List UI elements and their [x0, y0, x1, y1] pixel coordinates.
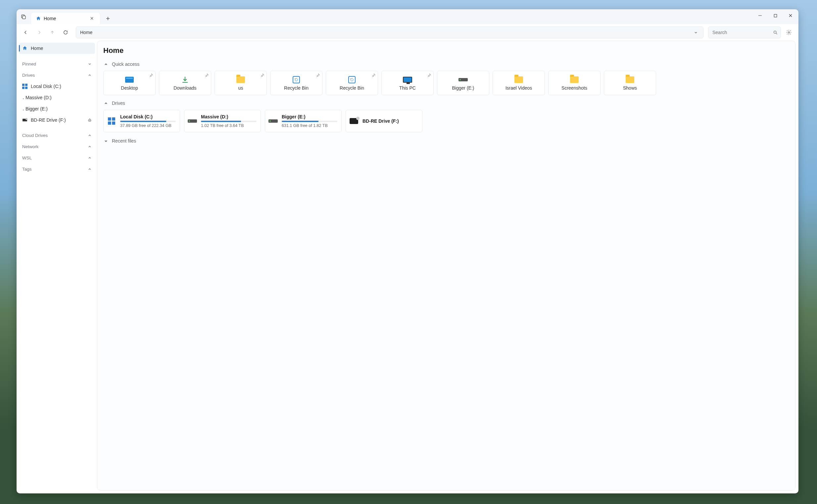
chevron-up-icon: [88, 73, 92, 77]
refresh-button[interactable]: [60, 27, 71, 38]
quick-access-item[interactable]: Desktop: [103, 71, 155, 95]
drive-label: Local Disk (C:): [120, 114, 176, 119]
search-input[interactable]: [712, 30, 773, 35]
close-button[interactable]: [783, 10, 798, 21]
tab-close-button[interactable]: [88, 15, 95, 22]
sidebar-section-pinned[interactable]: Pinned: [19, 59, 95, 69]
section-quick-access-header[interactable]: Quick access: [97, 59, 795, 69]
quick-access-label: us: [238, 85, 243, 91]
window-icon[interactable]: [17, 10, 30, 24]
sidebar-section-tags[interactable]: Tags: [19, 164, 95, 174]
drive-icon: [22, 84, 27, 89]
folder-icon: [626, 76, 634, 83]
chevron-up-icon: [88, 145, 92, 148]
quick-access-label: Recycle Bin: [284, 85, 309, 91]
new-tab-button[interactable]: [102, 13, 113, 24]
tab-label: Home: [44, 16, 56, 21]
minimize-button[interactable]: [753, 10, 768, 21]
section-label: Cloud Drives: [22, 133, 48, 138]
quick-access-label: Downloads: [173, 85, 196, 91]
quick-access-item[interactable]: us: [215, 71, 267, 95]
sidebar-item-label: BD-RE Drive (F:): [31, 117, 66, 123]
quick-access-item[interactable]: Recycle Bin: [326, 71, 378, 95]
chevron-up-icon: [88, 167, 92, 171]
sidebar-item-label: Massive (D:): [25, 95, 52, 100]
back-button[interactable]: [20, 27, 31, 38]
quick-access-grid: DesktopDownloadsusRecycle BinRecycle Bin…: [97, 69, 795, 98]
drive-usage-bar: [201, 121, 257, 122]
sidebar-section-wsl[interactable]: WSL: [19, 152, 95, 163]
chevron-down-icon: [88, 62, 92, 66]
section-drives-header[interactable]: Drives: [97, 98, 795, 108]
section-recent-header[interactable]: Recent files: [97, 136, 795, 146]
windows-drive-icon: [108, 117, 115, 125]
content-area: Home Quick access DesktopDownloadsusRecy…: [97, 41, 796, 490]
section-label: Pinned: [22, 62, 36, 66]
svg-rect-5: [22, 84, 24, 86]
pin-icon[interactable]: [260, 73, 265, 77]
sidebar-section-network[interactable]: Network: [19, 141, 95, 152]
search-icon[interactable]: [773, 30, 778, 35]
chevron-up-icon: [88, 156, 92, 160]
svg-rect-6: [25, 84, 27, 86]
pin-icon[interactable]: [205, 73, 209, 77]
drive-item[interactable]: BD-RE Drive (F:): [346, 110, 422, 132]
maximize-button[interactable]: [768, 10, 783, 21]
breadcrumb: Home: [80, 30, 92, 35]
settings-button[interactable]: [783, 26, 795, 38]
sidebar-drive-e[interactable]: Bigger (E:): [19, 104, 95, 114]
pin-icon[interactable]: [316, 73, 320, 77]
svg-rect-12: [112, 117, 115, 121]
pin-icon[interactable]: [149, 73, 153, 77]
recycle-icon: [348, 76, 356, 83]
hdd-icon: [269, 119, 278, 123]
file-explorer-window: Home: [17, 9, 798, 493]
address-dropdown-button[interactable]: [691, 30, 701, 34]
sidebar-drive-d[interactable]: Massive (D:): [19, 92, 95, 103]
quick-access-item[interactable]: Israel Videos: [493, 71, 545, 95]
section-label: Drives: [22, 73, 35, 78]
body: Home Pinned Drives Local Disk (C:): [17, 41, 798, 493]
up-button[interactable]: [47, 27, 58, 38]
tab-home[interactable]: Home: [31, 12, 100, 24]
drive-sublabel: 37.89 GB free of 222.34 GB: [120, 123, 176, 128]
sidebar-item-label: Home: [31, 46, 43, 51]
hdd-icon: [458, 78, 468, 81]
sidebar-drive-f[interactable]: BD-RE Drive (F:): [19, 115, 95, 125]
quick-access-item[interactable]: Recycle Bin: [270, 71, 323, 95]
quick-access-item[interactable]: This PC: [381, 71, 434, 95]
sidebar-section-cloud[interactable]: Cloud Drives: [19, 130, 95, 141]
pin-icon[interactable]: [427, 73, 431, 77]
quick-access-label: Bigger (E:): [452, 85, 474, 91]
home-icon: [36, 16, 41, 21]
quick-access-item[interactable]: Downloads: [159, 71, 211, 95]
svg-rect-1: [22, 16, 25, 19]
pin-icon[interactable]: [371, 73, 376, 77]
drive-usage-bar: [282, 121, 337, 122]
section-label: WSL: [22, 155, 32, 160]
download-icon: [181, 76, 189, 84]
drive-item[interactable]: Bigger (E:)631.1 GB free of 1.82 TB: [265, 110, 342, 132]
quick-access-item[interactable]: Shows: [604, 71, 656, 95]
eject-icon[interactable]: [88, 118, 92, 122]
section-label: Tags: [22, 167, 32, 172]
address-bar[interactable]: Home: [76, 26, 704, 38]
drive-usage-bar: [120, 121, 176, 122]
quick-access-label: Screenshots: [561, 85, 587, 91]
svg-rect-7: [22, 87, 24, 89]
quick-access-item[interactable]: Bigger (E:): [437, 71, 489, 95]
drive-item[interactable]: Massive (D:)1.02 TB free of 3.64 TB: [184, 110, 261, 132]
drive-item[interactable]: Local Disk (C:)37.89 GB free of 222.34 G…: [103, 110, 180, 132]
quick-access-item[interactable]: Screenshots: [548, 71, 600, 95]
search-box[interactable]: [708, 26, 781, 38]
folder-icon: [514, 76, 523, 83]
forward-button[interactable]: [33, 27, 45, 38]
sidebar-drive-c[interactable]: Local Disk (C:): [19, 81, 95, 92]
chevron-up-icon: [103, 62, 108, 67]
folder-icon: [237, 76, 245, 83]
svg-rect-13: [108, 121, 111, 125]
sidebar-item-home[interactable]: Home: [19, 43, 95, 54]
drive-label: Bigger (E:): [282, 114, 337, 119]
sidebar-section-drives[interactable]: Drives: [19, 70, 95, 80]
section-label: Drives: [112, 101, 125, 106]
